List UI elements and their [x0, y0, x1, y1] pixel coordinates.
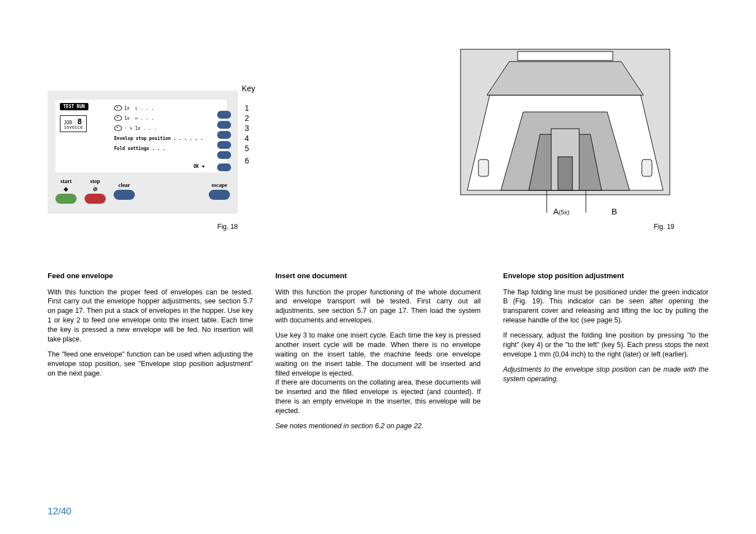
softkey-2 [217, 121, 231, 129]
col2-p4: See notes mentioned in section 6.2 on pa… [275, 421, 481, 431]
job-box: JOB 8 invoice [60, 115, 87, 132]
softkey-4 [217, 141, 231, 149]
control-panel-illustration: Key TEST RUN JOB 8 invoice 1x ▯ . . . 1x… [48, 91, 238, 214]
softkey-3 [217, 131, 231, 139]
fig19-caption: Fig. 19 [456, 223, 674, 231]
eye-icon [114, 125, 122, 131]
col1-title: Feed one envelope [48, 271, 253, 281]
start-button: start ◈ [55, 178, 77, 204]
col2-p3: If there are documents on the collating … [275, 378, 481, 416]
softkey-5 [217, 151, 231, 159]
ok-label: OK ☚ [194, 164, 204, 169]
stop-button: stop ⊘ [84, 178, 106, 204]
col1-p2: The "feed one envelope" function can be … [48, 350, 253, 378]
test-run-badge: TEST RUN [60, 103, 88, 110]
fig19-labels: A(5x) B [456, 207, 674, 216]
lcd-row-5: Fold settings . . . [114, 146, 221, 151]
key-number-labels: 1 2 3 4 5 6 [245, 103, 249, 166]
lcd-row-2: 1x ▭ . . . [124, 116, 221, 121]
col1-p1: With this function the proper feed of en… [48, 288, 253, 344]
col3-title: Envelope stop position adjustment [503, 271, 708, 281]
svg-rect-11 [642, 160, 652, 176]
svg-rect-3 [518, 51, 613, 60]
lcd-screen: TEST RUN JOB 8 invoice 1x ▯ . . . 1x ▭ .… [55, 100, 227, 172]
escape-button: escape [209, 182, 230, 200]
key-title: Key [242, 84, 255, 93]
figure-19: A(5x) B Fig. 19 [456, 45, 674, 231]
svg-rect-10 [478, 160, 489, 176]
eye-icon [114, 115, 122, 121]
page-number: 12/40 [48, 506, 72, 517]
svg-rect-7 [558, 157, 572, 190]
figure-18: Key TEST RUN JOB 8 invoice 1x ▯ . . . 1x… [48, 91, 238, 231]
job-name: invoice [64, 125, 83, 130]
column-insert-one-document: Insert one document With this function t… [275, 271, 481, 437]
softkey-1 [217, 111, 231, 119]
col3-p3: Adjustments to the envelope stop positio… [503, 365, 708, 384]
fig18-caption: Fig. 18 [48, 223, 238, 231]
eye-icon [114, 105, 122, 111]
clear-button: clear [114, 182, 135, 200]
col2-p2: Use key 3 to make one insert cycle. Each… [275, 331, 481, 378]
column-feed-one-envelope: Feed one envelope With this function the… [48, 271, 253, 437]
col2-p1: With this function the proper functionin… [275, 288, 481, 326]
column-envelope-stop-position: Envelope stop position adjustment The fl… [503, 271, 708, 437]
col3-p2: If necessary, adjust the folding line po… [503, 331, 708, 359]
lcd-row-4: Envelop stop position . . . . . . [114, 136, 221, 141]
machine-diagram [456, 45, 674, 218]
col2-title: Insert one document [275, 271, 481, 281]
lcd-row-1: 1x ▯ . . . [124, 106, 221, 111]
col3-p1: The flap folding line must be positioned… [503, 288, 708, 326]
softkey-6 [217, 163, 231, 171]
svg-marker-2 [487, 62, 644, 95]
lcd-row-3: · ✎ 1x . . . [124, 126, 221, 131]
